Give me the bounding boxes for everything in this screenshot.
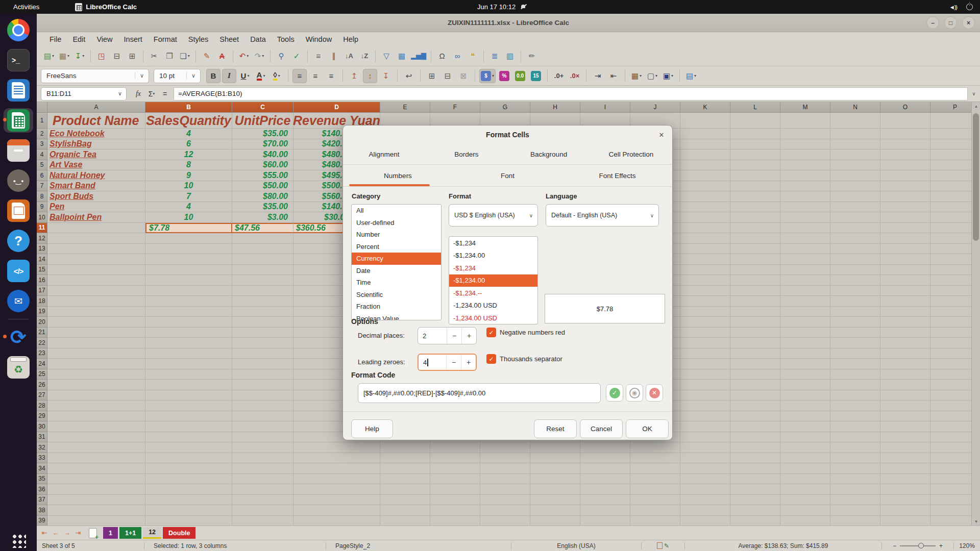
cell-J34[interactable] <box>630 463 680 474</box>
cell-A10[interactable]: Ballpoint Pen <box>47 212 145 223</box>
cell-B20[interactable] <box>145 317 232 328</box>
cell-M18[interactable] <box>780 296 830 307</box>
insert-comment-button[interactable]: ❝ <box>465 49 480 63</box>
menu-format[interactable]: Format <box>148 34 183 45</box>
row-header-33[interactable]: 33 <box>37 453 47 464</box>
page-style-status[interactable]: PageStyle_2 <box>326 540 511 551</box>
row-header-20[interactable]: 20 <box>37 317 47 328</box>
cell-M4[interactable] <box>780 149 830 160</box>
cell-K38[interactable] <box>680 505 730 516</box>
cell-A1[interactable]: Product Name <box>47 113 145 129</box>
cell-I38[interactable] <box>580 505 630 516</box>
row-header-4[interactable]: 4 <box>37 149 47 160</box>
open-file-button[interactable]: ▦▾ <box>57 49 71 63</box>
tab-cell-protection[interactable]: Cell Protection <box>590 144 672 164</box>
cell-K7[interactable] <box>680 181 730 192</box>
menu-styles[interactable]: Styles <box>183 34 214 45</box>
cell-I34[interactable] <box>580 463 630 474</box>
chevron-down-icon[interactable]: ∨ <box>529 213 537 218</box>
system-tray[interactable]: ◄)) <box>949 4 973 10</box>
chevron-down-icon[interactable]: ▾ <box>82 54 84 58</box>
column-header-C[interactable]: C <box>232 102 293 113</box>
font-name-combo[interactable]: FreeSans ∨ <box>41 69 149 83</box>
cell-B36[interactable] <box>145 484 232 495</box>
cell-H36[interactable] <box>530 484 580 495</box>
cell-K22[interactable] <box>680 338 730 348</box>
leading-zeroes-stepper[interactable]: 4 − + <box>418 354 477 371</box>
dock-item-gimp[interactable]: •‿• <box>4 168 33 193</box>
window-titlebar[interactable]: ZUIXIN1111111.xlsx - LibreOffice Calc – … <box>37 14 980 32</box>
dock-item-writer[interactable] <box>4 78 33 103</box>
format-item-5[interactable]: -1,234.00 USD <box>449 299 537 312</box>
cell-A24[interactable] <box>47 359 145 369</box>
cell-L1[interactable] <box>730 113 780 129</box>
category-item-time[interactable]: Time <box>352 277 441 289</box>
cell-O18[interactable] <box>880 296 930 307</box>
row-header-24[interactable]: 24 <box>37 359 47 369</box>
cell-C39[interactable] <box>232 516 293 526</box>
row-header-15[interactable]: 15 <box>37 265 47 276</box>
cell-B25[interactable] <box>145 369 232 380</box>
cell-A33[interactable] <box>47 453 145 464</box>
cell-N25[interactable] <box>830 369 880 380</box>
cell-H32[interactable] <box>530 442 580 453</box>
cell-A37[interactable] <box>47 495 145 506</box>
cell-C19[interactable] <box>232 307 293 317</box>
cell-E39[interactable] <box>380 516 430 526</box>
row-header-1[interactable]: 1 <box>37 113 47 129</box>
cell-N38[interactable] <box>830 505 880 516</box>
cell-C13[interactable] <box>232 244 293 255</box>
row-header-10[interactable]: 10 <box>37 212 47 223</box>
delete-decimal-place-button[interactable]: .0× <box>568 69 582 83</box>
cell-J38[interactable] <box>630 505 680 516</box>
decrease-indent-button[interactable]: ⇤ <box>606 69 621 83</box>
cell-K3[interactable] <box>680 139 730 150</box>
cell-L31[interactable] <box>730 432 780 443</box>
cell-M38[interactable] <box>780 505 830 516</box>
cell-N2[interactable] <box>830 129 880 139</box>
cell-O10[interactable] <box>880 212 930 223</box>
cell-C29[interactable] <box>232 411 293 422</box>
cell-L39[interactable] <box>730 516 780 526</box>
cell-C14[interactable] <box>232 254 293 265</box>
cell-B31[interactable] <box>145 432 232 443</box>
row-header-31[interactable]: 31 <box>37 432 47 443</box>
borders-button[interactable]: ▦▾ <box>629 69 644 83</box>
cell-L21[interactable] <box>730 328 780 338</box>
row-header-5[interactable]: 5 <box>37 160 47 171</box>
cell-A32[interactable] <box>47 442 145 453</box>
thousands-separator-checkbox[interactable]: ✓ Thousands separator <box>486 354 562 364</box>
cell-K17[interactable] <box>680 286 730 296</box>
cell-H33[interactable] <box>530 453 580 464</box>
cell-B23[interactable] <box>145 348 232 359</box>
cell-N22[interactable] <box>830 338 880 348</box>
menu-help[interactable]: Help <box>337 34 364 45</box>
cell-O29[interactable] <box>880 411 930 422</box>
cell-B33[interactable] <box>145 453 232 464</box>
cell-K27[interactable] <box>680 390 730 401</box>
maximize-button[interactable]: □ <box>944 16 957 29</box>
clear-formatting-button[interactable]: A <box>215 49 229 63</box>
cell-N28[interactable] <box>830 400 880 411</box>
column-header-O[interactable]: O <box>880 102 930 113</box>
cell-C15[interactable] <box>232 265 293 276</box>
cell-L8[interactable] <box>730 191 780 202</box>
category-item-scientific[interactable]: Scientific <box>352 289 441 301</box>
align-top-button[interactable]: ↥ <box>347 69 361 83</box>
cell-J37[interactable] <box>630 495 680 506</box>
row-header-28[interactable]: 28 <box>37 400 47 411</box>
cell-C20[interactable] <box>232 317 293 328</box>
show-draw-functions-button[interactable]: ✏ <box>525 49 539 63</box>
cell-A22[interactable] <box>47 338 145 348</box>
decimal-places-value[interactable]: 2 <box>418 328 447 344</box>
cell-E36[interactable] <box>380 484 430 495</box>
column-header-A[interactable]: A <box>47 102 145 113</box>
save-button[interactable]: ↧▾ <box>72 49 87 63</box>
cell-N26[interactable] <box>830 380 880 390</box>
center-vertically-button[interactable]: ↕ <box>363 69 377 83</box>
cell-I39[interactable] <box>580 516 630 526</box>
cell-K25[interactable] <box>680 369 730 380</box>
chevron-down-icon[interactable]: ∨ <box>118 90 126 97</box>
unmerge-cells-button[interactable]: ⊠ <box>456 69 471 83</box>
cell-B3[interactable]: 6 <box>145 139 232 150</box>
